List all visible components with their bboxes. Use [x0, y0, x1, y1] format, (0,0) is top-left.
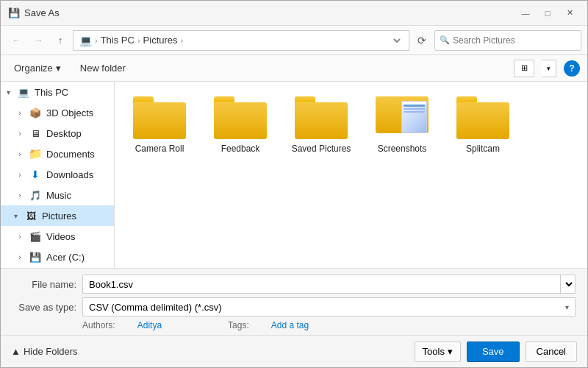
expand-icon-acer: ›: [15, 253, 24, 261]
expand-icon-this-pc: ▾: [4, 88, 12, 96]
sidebar-item-downloads[interactable]: › ⬇ Downloads: [1, 164, 114, 185]
footer-right: Tools ▾ Save Cancel: [415, 342, 577, 362]
computer-icon: 💻: [17, 86, 30, 98]
folder-feedback[interactable]: Feedback: [207, 91, 273, 160]
sidebar-item-this-pc[interactable]: ▾ 💻 This PC: [1, 82, 114, 102]
hide-folders-label: Hide Folders: [24, 346, 78, 357]
title-bar-controls: — □ ✕: [515, 6, 580, 21]
path-pictures: Pictures: [143, 35, 178, 46]
bottom-area: File name: ▾ Save as type: CSV (Comma de…: [1, 268, 587, 335]
expand-icon-music: ›: [15, 191, 24, 199]
filename-row: File name: ▾: [12, 275, 576, 294]
path-separator2: ›: [137, 36, 140, 45]
folder-body: [456, 102, 509, 139]
folders-grid: Camera Roll Feedback Saved P: [126, 91, 576, 160]
hide-folders-button[interactable]: ▲ Hide Folders: [11, 346, 78, 357]
authors-value[interactable]: Aditya: [137, 320, 162, 330]
address-path[interactable]: 💻 › This PC › Pictures › ▾: [73, 30, 409, 51]
tools-label: Tools: [423, 346, 445, 357]
minimize-button[interactable]: —: [515, 6, 536, 21]
path-dropdown[interactable]: ▾: [391, 35, 403, 46]
sidebar-label-music: Music: [46, 190, 71, 201]
dialog-icon: 💾: [8, 7, 20, 19]
folder-splitcam[interactable]: Splitcam: [450, 91, 516, 160]
folder-screenshots[interactable]: Screenshots: [369, 91, 435, 160]
meta-row: Authors: Aditya Tags: Add a tag: [82, 320, 576, 330]
folder-label-splitcam: Splitcam: [466, 144, 500, 154]
toolbar: Organize ▾ New folder ⊞ ▾ ?: [1, 55, 587, 82]
sidebar-item-music[interactable]: › 🎵 Music: [1, 185, 114, 205]
back-button[interactable]: ←: [7, 31, 26, 50]
view-dropdown-button[interactable]: ▾: [542, 60, 556, 77]
title-bar-left: 💾 Save As: [8, 7, 60, 19]
sidebar-label-acer: Acer (C:): [46, 252, 85, 263]
refresh-button[interactable]: ⟳: [412, 31, 431, 50]
search-box: 🔍: [434, 30, 581, 51]
savetype-label: Save as type:: [12, 302, 82, 313]
expand-icon-downloads: ›: [15, 171, 24, 179]
tags-value[interactable]: Add a tag: [271, 320, 309, 330]
filename-input[interactable]: [82, 275, 561, 294]
desktop-icon: 🖥: [29, 127, 42, 139]
folder-body: [295, 102, 348, 139]
sidebar-item-desktop[interactable]: › 🖥 Desktop: [1, 123, 114, 144]
drive-icon: 💾: [29, 251, 42, 263]
savetype-value: CSV (Comma delimited) (*.csv): [89, 302, 222, 313]
folder-saved-pictures[interactable]: Saved Pictures: [288, 91, 354, 160]
folder-body: [133, 102, 186, 139]
organize-button[interactable]: Organize ▾: [8, 60, 67, 76]
file-area: Camera Roll Feedback Saved P: [115, 82, 587, 268]
expand-icon-videos: ›: [15, 233, 24, 241]
sidebar-item-videos[interactable]: › 🎬 Videos: [1, 226, 114, 247]
view-button[interactable]: ⊞: [514, 60, 534, 77]
filename-dropdown[interactable]: ▾: [561, 275, 576, 294]
folder-body: [214, 102, 267, 139]
help-button[interactable]: ?: [564, 60, 580, 77]
cancel-button[interactable]: Cancel: [526, 342, 577, 362]
folder-shape-saved-pictures: [295, 96, 348, 139]
folder-shape-screenshots: [376, 96, 429, 139]
folder-camera-roll[interactable]: Camera Roll: [126, 91, 193, 160]
music-icon: 🎵: [29, 189, 42, 201]
downloads-icon: ⬇: [29, 169, 42, 180]
new-folder-button[interactable]: New folder: [74, 60, 132, 76]
main-content: ▾ 💻 This PC › 📦 3D Objects › 🖥 Desktop ›…: [1, 82, 587, 268]
screenshot-line1: [404, 105, 425, 107]
sidebar-item-pictures[interactable]: ▾ 🖼 Pictures: [1, 205, 114, 226]
expand-icon-pictures: ▾: [11, 212, 20, 220]
expand-icon-desktop: ›: [15, 130, 24, 138]
sidebar: ▾ 💻 This PC › 📦 3D Objects › 🖥 Desktop ›…: [1, 82, 115, 268]
close-button[interactable]: ✕: [559, 6, 580, 21]
sidebar-item-documents[interactable]: › 📁 Documents: [1, 144, 114, 164]
forward-button[interactable]: →: [29, 31, 48, 50]
tools-button[interactable]: Tools ▾: [415, 342, 461, 362]
screenshot-line2: [404, 108, 425, 110]
sidebar-item-3d-objects[interactable]: › 📦 3D Objects: [1, 102, 114, 123]
sidebar-item-acer[interactable]: › 💾 Acer (C:): [1, 247, 114, 267]
tags-label: Tags:: [228, 320, 249, 330]
path-icon: 💻: [79, 35, 92, 46]
tools-chevron-icon: ▾: [448, 346, 453, 357]
path-thispc: This PC: [101, 35, 135, 46]
authors-label: Authors:: [82, 320, 115, 330]
address-bar: ← → ↑ 💻 › This PC › Pictures › ▾ ⟳ 🔍: [1, 26, 587, 55]
folder-shape-splitcam: [456, 96, 509, 139]
maximize-button[interactable]: □: [537, 6, 558, 21]
search-input[interactable]: [453, 35, 576, 46]
folder-label-saved-pictures: Saved Pictures: [292, 144, 351, 154]
savetype-arrow-icon: ▾: [565, 303, 569, 311]
folder-label-feedback: Feedback: [221, 144, 260, 154]
sidebar-label-this-pc: This PC: [35, 87, 68, 98]
path-separator3: ›: [181, 36, 184, 45]
screenshot-preview-inner: [402, 105, 426, 133]
folder-shape-camera-roll: [133, 96, 186, 139]
save-as-dialog: 💾 Save As — □ ✕ ← → ↑ 💻 › This PC › Pict…: [0, 0, 588, 368]
screenshot-line3: [404, 111, 425, 113]
savetype-dropdown[interactable]: CSV (Comma delimited) (*.csv) ▾: [82, 297, 576, 316]
sidebar-label-3d: 3D Objects: [46, 107, 93, 118]
hide-folders-icon: ▲: [11, 346, 21, 357]
sidebar-label-desktop: Desktop: [46, 128, 82, 139]
folder-body: [376, 96, 429, 133]
up-button[interactable]: ↑: [51, 31, 70, 50]
save-button[interactable]: Save: [467, 342, 520, 362]
